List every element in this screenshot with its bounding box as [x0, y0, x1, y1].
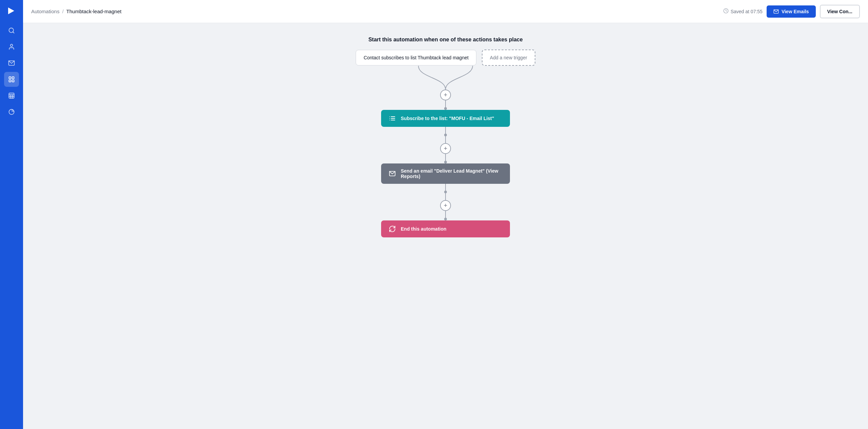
svg-rect-7: [9, 80, 11, 82]
line-2a: [445, 127, 446, 134]
svg-rect-6: [12, 77, 14, 79]
line-2b: [445, 136, 446, 143]
svg-rect-8: [12, 80, 14, 82]
email-icon: [773, 9, 779, 14]
breadcrumb-current: Thumbtack-lead-magnet: [66, 8, 122, 14]
connector-2: +: [440, 127, 451, 163]
dot-2: [444, 134, 447, 136]
merge-connector-svg: [378, 66, 513, 90]
trigger-1-box[interactable]: Contact subscribes to list Thumbtack lea…: [356, 50, 476, 65]
saved-status: Saved at 07:55: [723, 8, 763, 15]
line-2c: [445, 154, 446, 161]
connector-1: +: [440, 90, 451, 110]
svg-marker-0: [8, 7, 14, 14]
trigger-row: Contact subscribes to list Thumbtack lea…: [356, 50, 535, 66]
line-3a: [445, 184, 446, 191]
view-emails-button[interactable]: View Emails: [767, 5, 816, 18]
sidebar-item-emails[interactable]: [4, 56, 19, 71]
main-area: Automations / Thumbtack-lead-magnet Save…: [23, 0, 868, 429]
dot-1: [444, 107, 447, 110]
automation-canvas: Start this automation when one of these …: [23, 23, 868, 429]
add-button-1[interactable]: +: [440, 90, 451, 100]
add-button-2[interactable]: +: [440, 143, 451, 154]
sidebar-logo[interactable]: [5, 4, 18, 18]
dot-3b: [444, 218, 447, 220]
svg-rect-9: [9, 93, 14, 98]
svg-rect-5: [9, 77, 11, 79]
line-3b: [445, 193, 446, 200]
saved-label: Saved at 07:55: [731, 9, 763, 14]
breadcrumb: Automations / Thumbtack-lead-magnet: [31, 8, 121, 14]
subscribe-node[interactable]: Subscribe to the list: "MOFU - Email Lis…: [381, 110, 510, 127]
breadcrumb-separator: /: [62, 8, 63, 14]
line-1: [445, 100, 446, 107]
trigger-2-box[interactable]: Add a new trigger: [482, 50, 535, 66]
trigger-heading: Start this automation when one of these …: [368, 37, 522, 43]
sidebar-item-search[interactable]: [4, 23, 19, 38]
svg-line-2: [13, 32, 14, 33]
end-icon: [389, 225, 396, 233]
svg-point-3: [11, 44, 13, 47]
sidebar-item-automations[interactable]: [4, 72, 19, 87]
send-email-node[interactable]: Send an email "Deliver Lead Magnet" (Vie…: [381, 163, 510, 184]
line-3c: [445, 211, 446, 218]
sidebar-item-reports[interactable]: [4, 88, 19, 103]
flow-container: Start this automation when one of these …: [344, 37, 547, 415]
dot-3: [444, 191, 447, 193]
list-icon: [389, 115, 396, 122]
connector-3: +: [440, 184, 451, 220]
email-action-icon: [389, 170, 396, 177]
dot-2b: [444, 161, 447, 163]
view-contacts-button[interactable]: View Con...: [820, 5, 860, 18]
sidebar: [0, 0, 23, 429]
add-button-3[interactable]: +: [440, 200, 451, 211]
sidebar-item-contacts[interactable]: [4, 39, 19, 54]
sidebar-item-analytics[interactable]: [4, 104, 19, 119]
breadcrumb-parent[interactable]: Automations: [31, 8, 59, 14]
header: Automations / Thumbtack-lead-magnet Save…: [23, 0, 868, 23]
clock-icon: [723, 8, 729, 15]
end-automation-node[interactable]: End this automation: [381, 220, 510, 237]
